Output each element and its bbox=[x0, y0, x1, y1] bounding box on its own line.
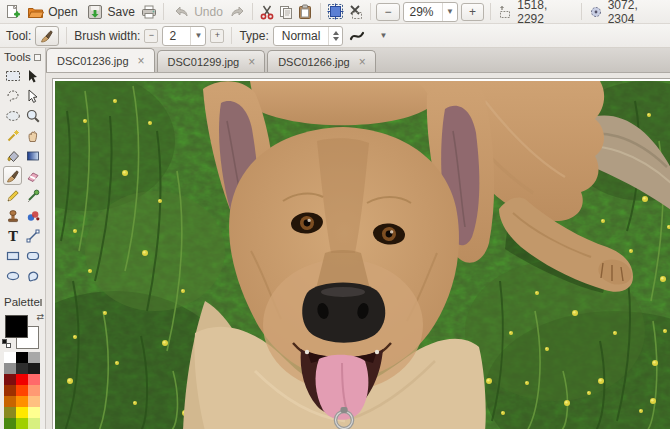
tool-clone-stamp[interactable] bbox=[3, 206, 22, 225]
palette-swatch[interactable] bbox=[28, 352, 40, 363]
palette-swatch[interactable] bbox=[28, 363, 40, 374]
palette-swatch[interactable] bbox=[4, 418, 16, 429]
redo-icon[interactable] bbox=[229, 3, 246, 20]
close-icon[interactable]: × bbox=[137, 55, 146, 67]
print-icon[interactable] bbox=[141, 3, 157, 20]
tool-recolor[interactable] bbox=[23, 206, 42, 225]
tool-eraser[interactable] bbox=[23, 166, 42, 185]
tool-rounded-rectangle[interactable] bbox=[23, 246, 42, 265]
palette-swatch[interactable] bbox=[28, 385, 40, 396]
zoom-level-select[interactable]: 29% ▼ bbox=[403, 2, 459, 22]
tool-label: Tool: bbox=[6, 29, 31, 43]
spinner-arrows[interactable] bbox=[328, 27, 342, 45]
new-image-icon[interactable] bbox=[5, 3, 21, 20]
zoom-out-button[interactable]: − bbox=[376, 3, 399, 21]
swap-colors-icon[interactable]: ⇄ bbox=[36, 312, 44, 322]
paste-icon[interactable] bbox=[297, 3, 313, 20]
photo-canvas[interactable] bbox=[55, 81, 670, 429]
palette-swatch[interactable] bbox=[16, 385, 28, 396]
palette-swatch[interactable] bbox=[28, 396, 40, 407]
cursor-position-status: 3072, 2304 bbox=[587, 0, 665, 26]
tool-line-curve[interactable] bbox=[23, 226, 42, 245]
tool-rectangle[interactable] bbox=[3, 246, 22, 265]
gradient-icon bbox=[25, 148, 41, 164]
copy-icon[interactable] bbox=[278, 3, 294, 20]
tool-pencil[interactable] bbox=[3, 186, 22, 205]
save-button[interactable]: Save bbox=[84, 2, 138, 22]
canvas-viewport[interactable] bbox=[46, 73, 670, 429]
tool-gradient[interactable] bbox=[23, 146, 42, 165]
palette-swatch[interactable] bbox=[4, 407, 16, 418]
tool-pan[interactable] bbox=[23, 126, 42, 145]
palette-swatch[interactable] bbox=[16, 352, 28, 363]
palette-panel-header: Palette bbox=[0, 293, 45, 310]
tool-paint-bucket[interactable] bbox=[3, 146, 22, 165]
tool-magic-wand[interactable] bbox=[3, 126, 22, 145]
separator bbox=[163, 3, 164, 20]
tools-panel-title: Tools bbox=[4, 51, 31, 63]
tab-dsc01266[interactable]: DSC01266.jpg × bbox=[267, 50, 376, 72]
tool-lasso-select[interactable] bbox=[3, 86, 22, 105]
palette-swatch[interactable] bbox=[16, 396, 28, 407]
tool-move-selection[interactable] bbox=[23, 66, 42, 85]
tool-move-pointer[interactable] bbox=[23, 86, 42, 105]
palette-swatch[interactable] bbox=[16, 374, 28, 385]
tool-zoom[interactable] bbox=[23, 106, 42, 125]
rounded-rectangle-icon bbox=[25, 248, 41, 264]
current-tool-button[interactable] bbox=[35, 26, 59, 46]
tool-ellipse[interactable] bbox=[3, 266, 22, 285]
palette-swatch[interactable] bbox=[28, 418, 40, 429]
tool-ellipse-select[interactable] bbox=[3, 106, 22, 125]
palette-swatch[interactable] bbox=[16, 363, 28, 374]
palette-swatch[interactable] bbox=[28, 374, 40, 385]
palette-swatch[interactable] bbox=[28, 407, 40, 418]
brush-width-decrease-button[interactable]: − bbox=[144, 29, 158, 43]
open-button[interactable]: Open bbox=[24, 2, 80, 22]
ellipse-select-icon bbox=[5, 108, 21, 124]
palette-swatch[interactable] bbox=[4, 385, 16, 396]
palette-swatch[interactable] bbox=[4, 396, 16, 407]
tool-freeform-shape[interactable] bbox=[23, 266, 42, 285]
palette-swatch[interactable] bbox=[4, 374, 16, 385]
zoom-in-button[interactable]: + bbox=[461, 3, 484, 21]
left-dock: Tools T bbox=[0, 48, 46, 429]
close-icon[interactable]: × bbox=[358, 56, 367, 68]
paintbrush-icon bbox=[39, 28, 55, 44]
brush-width-increase-button[interactable]: + bbox=[210, 29, 224, 43]
stroke-style-button[interactable] bbox=[347, 27, 373, 44]
palette-swatch[interactable] bbox=[4, 363, 16, 374]
cursor-position-value: 3072, 2304 bbox=[608, 0, 665, 26]
separator bbox=[581, 3, 582, 20]
tool-text[interactable]: T bbox=[3, 226, 22, 245]
palette-swatch[interactable] bbox=[16, 407, 28, 418]
paint-bucket-icon bbox=[5, 148, 21, 164]
deselect-icon[interactable] bbox=[347, 3, 364, 20]
brush-width-select[interactable]: 2 ▼ bbox=[162, 26, 206, 46]
open-folder-icon bbox=[27, 3, 44, 20]
blend-type-spinner[interactable]: Normal bbox=[273, 26, 344, 46]
tool-rectangle-select[interactable] bbox=[3, 66, 22, 85]
palette-swatch[interactable] bbox=[4, 352, 16, 363]
document-area: DSC01236.jpg × DSC01299.jpg × DSC01266.j… bbox=[46, 48, 670, 429]
primary-color-swatch[interactable] bbox=[5, 315, 28, 338]
spin-down-icon bbox=[333, 37, 339, 41]
freeform-shape-icon bbox=[25, 268, 41, 284]
reset-colors-icon[interactable] bbox=[2, 339, 11, 348]
cut-icon[interactable] bbox=[259, 3, 275, 20]
palette-swatch[interactable] bbox=[16, 418, 28, 429]
cursor-position-icon bbox=[587, 3, 603, 20]
tab-dsc01236[interactable]: DSC01236.jpg × bbox=[46, 48, 155, 72]
crop-to-selection-icon[interactable] bbox=[327, 3, 344, 20]
tab-dsc01299[interactable]: DSC01299.jpg × bbox=[157, 50, 266, 72]
palette-collapse-button[interactable] bbox=[40, 299, 42, 306]
brush-width-label: Brush width: bbox=[74, 29, 140, 43]
ellipse-icon bbox=[5, 268, 21, 284]
separator bbox=[231, 27, 232, 44]
tool-color-picker[interactable] bbox=[23, 186, 42, 205]
save-label: Save bbox=[108, 5, 135, 19]
chevron-down-icon[interactable]: ▼ bbox=[379, 31, 387, 40]
tools-collapse-button[interactable] bbox=[34, 54, 41, 61]
undo-button[interactable]: Undo bbox=[170, 2, 226, 22]
tool-paintbrush[interactable] bbox=[3, 166, 22, 185]
close-icon[interactable]: × bbox=[247, 56, 256, 68]
